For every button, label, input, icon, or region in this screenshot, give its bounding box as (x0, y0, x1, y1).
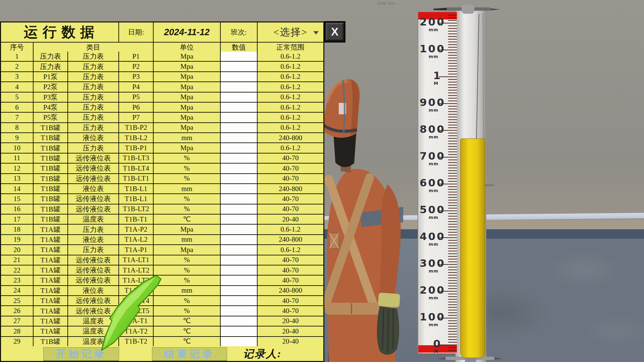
value-input[interactable] (221, 123, 257, 132)
cell-no: 23 (1, 276, 33, 285)
cell-no: 2 (1, 62, 33, 71)
value-input[interactable] (221, 306, 257, 315)
scale-label-number: 200 (420, 285, 442, 295)
value-input[interactable] (221, 225, 257, 234)
value-input[interactable] (221, 164, 257, 173)
end-record-button[interactable]: 结束记录 (152, 347, 227, 361)
date-value[interactable]: 2024-11-12 (154, 22, 220, 42)
cell-range: 0.6-1.2 (258, 245, 323, 254)
cell-category-2: 远传液位表 (68, 276, 118, 285)
scale-tick-minor (448, 165, 457, 166)
table-row: 18T1A罐压力表T1A-P2Mpa0.6-1.2 (1, 225, 323, 234)
scale-tick-minor (448, 278, 457, 278)
value-input[interactable] (221, 194, 257, 203)
cell-unit: % (154, 204, 220, 214)
value-input[interactable] (221, 215, 257, 224)
value-input[interactable] (221, 133, 257, 142)
scale-tick-minor (448, 240, 457, 241)
close-button[interactable]: X (324, 21, 345, 43)
value-input[interactable] (221, 265, 257, 275)
scale-tick-minor (448, 304, 457, 305)
cell-unit: Mpa (154, 245, 220, 254)
value-input[interactable] (221, 103, 257, 112)
cell-category-1: T1A罐 (34, 326, 67, 336)
cell-category-2: 压力表 (68, 245, 118, 254)
value-input[interactable] (221, 184, 257, 193)
value-input[interactable] (221, 326, 257, 336)
cell-no: 27 (1, 316, 33, 326)
cell-category-1: T1A罐 (34, 265, 67, 275)
table-row: 23T1A罐远传液位表T1A-LT3%40-70 (1, 276, 323, 285)
cell-category-2: 远传液位表 (68, 255, 118, 265)
worker-arm (379, 184, 401, 301)
table-row: 26T1A罐远传液位表T1A-LT5%40-70 (1, 306, 323, 315)
cell-category-2: 压力表 (68, 123, 118, 132)
start-record-button[interactable]: 开始记录 (43, 347, 119, 361)
cell-no: 21 (1, 255, 33, 265)
scale-tick-minor (448, 272, 457, 273)
scale-label: 200mm (420, 17, 442, 32)
scale-tick-minor (448, 186, 457, 187)
scale-tick-minor (448, 17, 457, 18)
cell-category-2: 液位表 (68, 286, 118, 295)
cell-range: 20-40 (258, 326, 323, 336)
scale-label-number: 900 (420, 97, 442, 108)
cell-range: 240-800 (258, 184, 323, 193)
chevron-down-icon[interactable] (313, 31, 319, 35)
value-input[interactable] (221, 143, 257, 153)
cell-category-1: T1B罐 (34, 154, 67, 163)
scale-tick-minor (448, 42, 457, 42)
value-input[interactable] (221, 62, 257, 71)
value-input[interactable] (221, 113, 257, 122)
scale-tick-minor (448, 44, 457, 45)
value-input[interactable] (221, 72, 257, 81)
cell-category-2: 压力表 (68, 62, 118, 71)
value-input[interactable] (221, 82, 257, 92)
cell-no: 11 (1, 154, 33, 163)
value-input[interactable] (221, 296, 257, 305)
scale-tick-minor (448, 133, 457, 133)
cell-range: 0.6-1.2 (258, 143, 323, 153)
scale-tick-minor (448, 79, 457, 80)
value-input[interactable] (221, 235, 257, 244)
table-row: 22T1A罐远传液位表T1A-LT2%40-70 (1, 265, 323, 275)
close-icon[interactable]: X (326, 23, 344, 41)
date-label: 日期: (119, 22, 153, 42)
value-input[interactable] (221, 52, 257, 61)
scale-tick-minor (448, 52, 457, 53)
cell-category-1: T1A罐 (34, 276, 67, 285)
shift-select[interactable]: <选择> (258, 22, 323, 42)
cell-category-1: T1A罐 (34, 245, 67, 254)
cell-category-1: T1A罐 (34, 286, 67, 295)
value-input[interactable] (221, 286, 257, 295)
value-input[interactable] (221, 255, 257, 265)
value-input[interactable] (221, 337, 257, 346)
scale-tick-minor (448, 280, 457, 281)
cell-category-2: 压力表 (68, 143, 118, 153)
scale-label-number: 100 (420, 312, 442, 322)
scale-tick-minor (448, 149, 457, 149)
cell-no: 12 (1, 164, 33, 173)
cell-category-1: T1B罐 (34, 143, 67, 153)
cell-range: 20-40 (258, 316, 323, 326)
cell-unit: Mpa (154, 93, 220, 102)
value-input[interactable] (221, 276, 257, 285)
table-row: 7P5泵压力表P7Mpa0.6-1.2 (1, 113, 323, 122)
cell-category-2: 远传液位表 (68, 306, 118, 315)
table-row: 20T1A罐压力表T1A-P1Mpa0.6-1.2 (1, 245, 323, 254)
cell-unit: Mpa (154, 72, 220, 81)
cell-no: 6 (1, 103, 33, 112)
value-input[interactable] (221, 154, 257, 163)
simulation-screen: Enter text... (0, 0, 644, 362)
value-input[interactable] (221, 245, 257, 254)
value-input[interactable] (221, 174, 257, 183)
value-input[interactable] (221, 316, 257, 326)
glove-cuff (378, 293, 400, 307)
cell-category-2: 远传液位表 (68, 154, 118, 163)
scale-tick-minor (448, 47, 457, 48)
value-input[interactable] (221, 93, 257, 102)
table-header-row: 序号 类目 单位 数值 正常范围 (1, 43, 323, 52)
value-input[interactable] (221, 204, 257, 214)
cell-no: 14 (1, 184, 33, 193)
cell-category-2: 远传液位表 (68, 204, 118, 214)
